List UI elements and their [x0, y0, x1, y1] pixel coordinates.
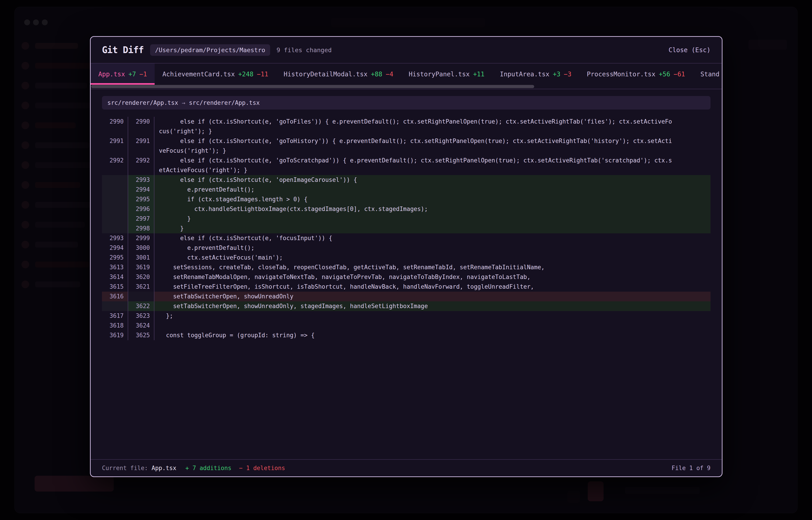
old-line-number: [102, 204, 128, 214]
file-tab-inputarea-tsx[interactable]: InputArea.tsx+3−3: [492, 63, 579, 85]
old-line-number: [102, 185, 128, 194]
code-line: [154, 321, 711, 331]
new-line-number: 3620: [128, 272, 154, 282]
code-line: setRenameTabModalOpen, navigateToNextTab…: [154, 272, 711, 282]
code-line: else if (ctx.isShortcut(e, 'goToScratchp…: [154, 156, 711, 175]
diff-row-add: 2995 if (ctx.stagedImages.length > 0) {: [102, 194, 711, 204]
new-line-number: 3622: [128, 301, 154, 311]
file-tab-historydetailmodal-tsx[interactable]: HistoryDetailModal.tsx+88−4: [276, 63, 401, 85]
new-line-number: 2991: [128, 136, 154, 156]
footer-deletions: − 1 deletions: [239, 465, 285, 471]
tab-additions-count: +11: [473, 71, 485, 78]
old-line-number: 2995: [102, 253, 128, 262]
diff-row-context: 36183624: [102, 321, 711, 331]
file-tab-processmonitor-tsx[interactable]: ProcessMonitor.tsx+56−61: [579, 63, 693, 85]
old-line-number: 2990: [102, 117, 128, 136]
close-button[interactable]: Close (Esc): [669, 46, 711, 54]
tab-additions-count: +7: [128, 71, 136, 78]
code-line: }: [154, 224, 711, 233]
tab-additions-count: +3: [553, 71, 560, 78]
old-line-number: 2994: [102, 243, 128, 253]
old-line-number: 2991: [102, 136, 128, 156]
old-line-number: 3616: [102, 292, 128, 301]
old-line-number: 3618: [102, 321, 128, 331]
code-line: else if (ctx.isShortcut(e, 'openImageCar…: [154, 175, 711, 185]
file-path-from: src/renderer/App.tsx: [107, 99, 178, 106]
tab-filename: HistoryPanel.tsx: [409, 71, 470, 78]
diff-row-context: 36143620 setRenameTabModalOpen, navigate…: [102, 272, 711, 282]
old-line-number: 2992: [102, 156, 128, 175]
code-line: setTabSwitcherOpen, showUnreadOnly, stag…: [154, 301, 711, 311]
git-diff-modal: Git Diff /Users/pedram/Projects/Maestro …: [90, 36, 722, 477]
diff-row-add: 3622 setTabSwitcherOpen, showUnreadOnly,…: [102, 301, 711, 311]
diff-row-add: 2993 else if (ctx.isShortcut(e, 'openIma…: [102, 175, 711, 185]
tab-filename: AchievementCard.tsx: [162, 71, 235, 78]
new-line-number: 3001: [128, 253, 154, 262]
diff-row-context: 36193625 const toggleGroup = (groupId: s…: [102, 331, 711, 340]
diff-row-context: 29902990 else if (ctx.isShortcut(e, 'goT…: [102, 117, 711, 136]
new-line-number: [128, 292, 154, 301]
file-tabbar: App.tsx+7−1AchievementCard.tsx+248−11His…: [91, 63, 722, 89]
code-line: const toggleGroup = (groupId: string) =>…: [154, 331, 711, 340]
code-line: ctx.setActiveFocus('main');: [154, 253, 711, 262]
code-line: if (ctx.stagedImages.length > 0) {: [154, 194, 711, 204]
new-line-number: 2992: [128, 156, 154, 175]
old-line-number: 2993: [102, 233, 128, 243]
code-line: e.preventDefault();: [154, 185, 711, 194]
new-line-number: 3000: [128, 243, 154, 253]
tab-filename: Stand: [700, 71, 719, 78]
diff-row-add: 2996 ctx.handleSetLightboxImage(ctx.stag…: [102, 204, 711, 214]
new-line-number: 3624: [128, 321, 154, 331]
tab-additions-count: +248: [238, 71, 253, 78]
new-line-number: 3619: [128, 262, 154, 272]
modal-footer: Current file: App.tsx + 7 additions − 1 …: [91, 459, 722, 476]
file-tab-achievementcard-tsx[interactable]: AchievementCard.tsx+248−11: [155, 63, 276, 85]
old-line-number: 3617: [102, 311, 128, 321]
diff-row-context: 29922992 else if (ctx.isShortcut(e, 'goT…: [102, 156, 711, 175]
diff-row-context: 29953001 ctx.setActiveFocus('main');: [102, 253, 711, 262]
code-line: }: [154, 214, 711, 224]
old-line-number: 3614: [102, 272, 128, 282]
footer-additions: + 7 additions: [186, 465, 231, 471]
new-line-number: 2995: [128, 194, 154, 204]
tab-filename: InputArea.tsx: [500, 71, 549, 78]
old-line-number: [102, 301, 128, 311]
diff-view: 29902990 else if (ctx.isShortcut(e, 'goT…: [102, 117, 711, 459]
tab-filename: ProcessMonitor.tsx: [587, 71, 655, 78]
diff-row-context: 29932999 else if (ctx.isShortcut(e, 'foc…: [102, 233, 711, 243]
tabbar-scrollbar-thumb[interactable]: [91, 85, 534, 88]
diff-row-context: 36153621 setFileTreeFilterOpen, isShortc…: [102, 282, 711, 292]
diff-row-add: 2994 e.preventDefault();: [102, 185, 711, 194]
file-rename-header: src/renderer/App.tsx → src/renderer/App.…: [102, 96, 711, 109]
old-line-number: [102, 194, 128, 204]
old-line-number: [102, 175, 128, 185]
modal-title: Git Diff: [102, 45, 144, 55]
file-tab-historypanel-tsx[interactable]: HistoryPanel.tsx+11: [401, 63, 492, 85]
code-line: else if (ctx.isShortcut(e, 'goToFiles'))…: [154, 117, 711, 136]
diff-row-context: 29943000 e.preventDefault();: [102, 243, 711, 253]
code-line: setSessions, createTab, closeTab, reopen…: [154, 262, 711, 272]
new-line-number: 2999: [128, 233, 154, 243]
diff-row-add: 2998 }: [102, 224, 711, 233]
code-line: setFileTreeFilterOpen, isShortcut, isTab…: [154, 282, 711, 292]
code-line: else if (ctx.isShortcut(e, 'goToHistory'…: [154, 136, 711, 156]
new-line-number: 3623: [128, 311, 154, 321]
tab-additions-count: +88: [371, 71, 383, 78]
old-line-number: 3619: [102, 331, 128, 340]
arrow-right-icon: →: [182, 99, 186, 106]
tab-deletions-count: −4: [386, 71, 393, 78]
old-line-number: [102, 224, 128, 233]
diff-row-del: 3616 setTabSwitcherOpen, showUnreadOnly: [102, 292, 711, 301]
new-line-number: 3625: [128, 331, 154, 340]
tab-deletions-count: −1: [140, 71, 147, 78]
code-line: setTabSwitcherOpen, showUnreadOnly: [154, 292, 711, 301]
file-position: File 1 of 9: [672, 465, 711, 471]
tab-deletions-count: −3: [564, 71, 571, 78]
tab-additions-count: +56: [659, 71, 670, 78]
diff-row-add: 2997 }: [102, 214, 711, 224]
old-line-number: 3613: [102, 262, 128, 272]
code-line: ctx.handleSetLightboxImage(ctx.stagedIma…: [154, 204, 711, 214]
code-line: };: [154, 311, 711, 321]
file-tab-stand[interactable]: Stand: [693, 63, 722, 85]
file-tab-app-tsx[interactable]: App.tsx+7−1: [91, 63, 155, 85]
